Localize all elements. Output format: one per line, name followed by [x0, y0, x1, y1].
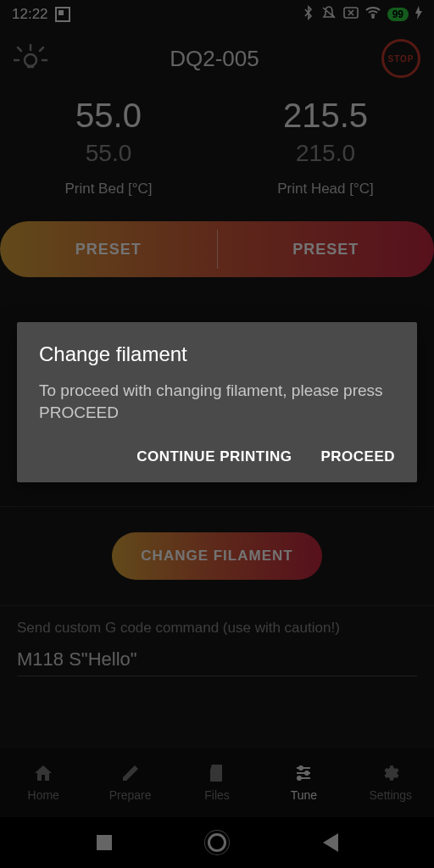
wifi-icon	[365, 6, 381, 23]
system-nav	[0, 817, 434, 868]
status-time: 12:22	[12, 6, 48, 23]
bed-temp-label: Print Bed [°C]	[0, 181, 217, 198]
nav-settings[interactable]: Settings	[348, 748, 434, 817]
continue-printing-button[interactable]: CONTINUE PRINTING	[136, 448, 292, 465]
status-bar: 12:22 99	[0, 0, 434, 29]
svg-line-6	[18, 47, 21, 51]
no-sim-icon	[343, 6, 359, 23]
bluetooth-icon	[303, 5, 314, 25]
dnd-icon	[321, 5, 337, 25]
svg-point-1	[372, 16, 374, 18]
app-header: DQ2-005 STOP	[0, 29, 434, 88]
battery-indicator: 99	[387, 8, 409, 21]
svg-point-12	[299, 766, 303, 770]
stop-button[interactable]: STOP	[381, 39, 420, 78]
preset-head-button[interactable]: PRESET	[218, 221, 435, 277]
temperature-panel: 55.0 55.0 Print Bed [°C] 215.5 215.0 Pri…	[0, 88, 434, 203]
bottom-nav: Home Prepare Files Tune Settings	[0, 748, 434, 817]
head-temp-label: Print Head [°C]	[217, 181, 434, 198]
nav-prepare[interactable]: Prepare	[86, 748, 173, 817]
bed-temp-target[interactable]: 55.0	[0, 140, 217, 167]
dialog-body: To proceed with changing filament, pleas…	[39, 380, 395, 423]
svg-point-2	[25, 54, 36, 66]
home-button[interactable]	[208, 833, 226, 852]
pencil-icon	[120, 763, 141, 783]
device-title: DQ2-005	[170, 46, 259, 72]
nav-home[interactable]: Home	[0, 748, 86, 817]
svg-point-14	[298, 776, 301, 780]
change-filament-button[interactable]: CHANGE FILAMENT	[112, 532, 321, 580]
preset-row: PRESET PRESET	[0, 221, 434, 277]
gcode-label: Send custom G code command (use with cau…	[17, 620, 417, 637]
proceed-button[interactable]: PROCEED	[320, 448, 395, 465]
tune-icon	[293, 763, 314, 783]
change-filament-dialog: Change filament To proceed with changing…	[17, 322, 417, 482]
light-icon[interactable]	[14, 42, 47, 75]
nav-tune[interactable]: Tune	[260, 748, 347, 817]
app-grid-icon	[55, 7, 70, 22]
back-button[interactable]	[323, 833, 338, 852]
recents-button[interactable]	[97, 835, 112, 850]
charging-icon	[415, 6, 422, 24]
svg-line-7	[40, 47, 43, 51]
gear-icon	[381, 763, 401, 783]
gcode-input[interactable]: M118 S"Hello"	[17, 648, 417, 676]
preset-bed-button[interactable]: PRESET	[0, 221, 217, 277]
nav-files[interactable]: Files	[174, 748, 260, 817]
dialog-title: Change filament	[39, 342, 395, 366]
head-temp-target[interactable]: 215.0	[217, 140, 434, 167]
home-icon	[33, 763, 53, 783]
bed-temp-actual: 55.0	[0, 97, 217, 135]
head-temp-actual: 215.5	[217, 97, 434, 135]
sd-card-icon	[207, 763, 227, 783]
svg-point-13	[305, 771, 309, 775]
stop-label: STOP	[387, 54, 414, 64]
